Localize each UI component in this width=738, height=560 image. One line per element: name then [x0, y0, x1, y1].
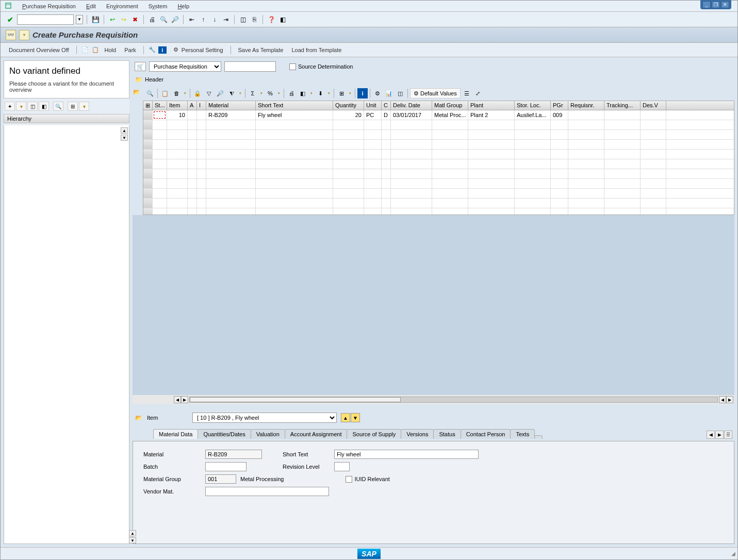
hold-button[interactable]: Hold [102, 46, 120, 54]
item-prev-button[interactable]: ▲ [341, 413, 350, 422]
cancel-icon[interactable]: ✖ [130, 15, 140, 24]
gt-filter[interactable]: ⧨ [226, 88, 237, 98]
table-row[interactable] [143, 208, 734, 215]
cell-a[interactable] [188, 110, 197, 120]
cell-material[interactable]: R-B209 [206, 110, 256, 120]
create-icon[interactable]: 📄 [81, 46, 89, 54]
col-material[interactable]: Material [206, 101, 256, 110]
col-plant[interactable]: Plant [468, 101, 515, 110]
gt-print[interactable]: 🖨 [286, 88, 297, 98]
close-button[interactable]: ✕ [721, 1, 729, 8]
left-btn2[interactable]: ◧ [39, 102, 49, 111]
gt-list[interactable]: ☰ [462, 88, 472, 98]
tab-quantities-dates[interactable]: Quantities/Dates [198, 429, 251, 439]
short-text-field[interactable] [334, 450, 479, 459]
col-pgr[interactable]: PGr [551, 101, 568, 110]
hscroll-right2[interactable]: ▶ [726, 396, 733, 403]
cell-tracking[interactable] [604, 110, 641, 120]
print-icon[interactable]: 🖨 [147, 15, 157, 24]
hier-up[interactable]: ▲ [121, 127, 128, 134]
menu-system[interactable]: System [143, 2, 173, 10]
table-row[interactable] [143, 159, 734, 169]
first-page-icon[interactable]: ⇤ [187, 15, 196, 24]
save-template-button[interactable]: Save As Template [235, 46, 287, 54]
col-desv[interactable]: Des.V [641, 101, 666, 110]
folder-icon[interactable]: 📁 [135, 76, 143, 83]
source-det-checkbox[interactable] [289, 63, 296, 70]
col-matl-group[interactable]: Matl Group [432, 101, 468, 110]
variant-dd[interactable]: ▾ [16, 102, 26, 111]
gt-settings[interactable]: ⚙ [372, 88, 383, 98]
info-icon[interactable]: i [158, 46, 167, 54]
cell-matl-group[interactable]: Metal Proc... [432, 110, 468, 120]
gt-sum-dd[interactable]: ▾ [259, 88, 264, 98]
left-btn4-dd[interactable]: ▾ [79, 102, 89, 111]
hscroll-track[interactable] [189, 397, 718, 403]
menu-help[interactable]: Help [172, 2, 194, 10]
cell-c[interactable]: D [382, 110, 391, 120]
menu-env[interactable]: Environment [101, 2, 143, 10]
shortcut-icon[interactable]: ⎘ [250, 15, 259, 24]
row-selector[interactable] [143, 110, 153, 120]
gt-sum[interactable]: Σ [248, 88, 258, 98]
check-icon[interactable]: 🔧 [148, 46, 156, 54]
gt-details[interactable]: 🔍 [145, 88, 155, 98]
save-icon[interactable]: 💾 [91, 15, 100, 24]
gt-export-dd[interactable]: ▾ [326, 88, 332, 98]
iuid-checkbox[interactable] [346, 476, 352, 483]
gt-layout-dd[interactable]: ▾ [348, 88, 353, 98]
left-btn1[interactable]: ◫ [27, 102, 38, 111]
cell-stor-loc[interactable]: Auslief.La... [515, 110, 551, 120]
table-row[interactable] [143, 130, 734, 140]
col-item[interactable]: Item [167, 101, 188, 110]
left-btn4[interactable]: ⊞ [68, 102, 78, 111]
cell-item[interactable]: 10 [167, 110, 188, 120]
col-requisnr[interactable]: Requisnr. [568, 101, 604, 110]
col-short-text[interactable]: Short Text [256, 101, 333, 110]
gt-lock[interactable]: 🔒 [192, 88, 203, 98]
table-row[interactable] [143, 120, 734, 130]
tab-material-data[interactable]: Material Data [153, 429, 198, 439]
gt-views[interactable]: ◧ [298, 88, 308, 98]
col-tracking[interactable]: Tracking... [604, 101, 641, 110]
cell-plant[interactable]: Plant 2 [468, 110, 515, 120]
split-up[interactable]: ▲ [129, 530, 136, 536]
personal-setting-button[interactable]: ⚙Personal Setting [169, 45, 226, 55]
tab-status[interactable]: Status [433, 429, 461, 439]
tab-source-of-supply[interactable]: Source of Supply [347, 429, 401, 439]
tab-scroll-right[interactable]: ▶ [715, 431, 724, 439]
gt-views-dd[interactable]: ▾ [309, 88, 314, 98]
cell-pgr[interactable]: 009 [551, 110, 568, 120]
batch-field[interactable] [205, 462, 247, 471]
split-down[interactable]: ▼ [129, 537, 136, 543]
gt-delete-dd[interactable]: ▾ [183, 88, 188, 98]
matgroup-field[interactable] [205, 474, 236, 484]
gt-find[interactable]: 🔎 [215, 88, 225, 98]
gt-subtotal-dd[interactable]: ▾ [276, 88, 282, 98]
prev-page-icon[interactable]: ↑ [199, 15, 208, 24]
doc-type-select[interactable]: Purchase Requisition [149, 61, 221, 72]
left-btn3[interactable]: 🔍 [53, 102, 63, 111]
table-row[interactable] [143, 179, 734, 189]
col-unit[interactable]: Unit [364, 101, 382, 110]
back-icon[interactable]: ↩ [108, 15, 117, 24]
doc-number-input[interactable] [224, 61, 276, 72]
load-template-button[interactable]: Load from Template [288, 46, 345, 54]
cell-short-text[interactable]: Fly wheel [256, 110, 333, 120]
gt-filter-dd[interactable]: ▾ [238, 88, 243, 98]
table-row[interactable]: 10 R-B209 Fly wheel 20 PC D 03/01/2017 M… [143, 110, 734, 120]
layout-icon[interactable]: ◧ [278, 15, 287, 24]
gt-chart[interactable]: 📊 [384, 88, 394, 98]
last-page-icon[interactable]: ⇥ [221, 15, 231, 24]
park-button[interactable]: Park [121, 46, 139, 54]
col-quantity[interactable]: Quantity [333, 101, 364, 110]
tab-valuation[interactable]: Valuation [251, 429, 285, 439]
gt-copy[interactable]: 📋 [160, 88, 170, 98]
hscroll-right[interactable]: ▶ [181, 396, 188, 403]
menu-edit[interactable]: Edit [81, 2, 101, 10]
item-next-button[interactable]: ▼ [351, 413, 360, 422]
command-dropdown[interactable]: ▼ [76, 15, 83, 24]
cell-i[interactable] [197, 110, 206, 120]
col-stor-loc[interactable]: Stor. Loc. [515, 101, 551, 110]
minimize-button[interactable]: _ [702, 1, 711, 8]
